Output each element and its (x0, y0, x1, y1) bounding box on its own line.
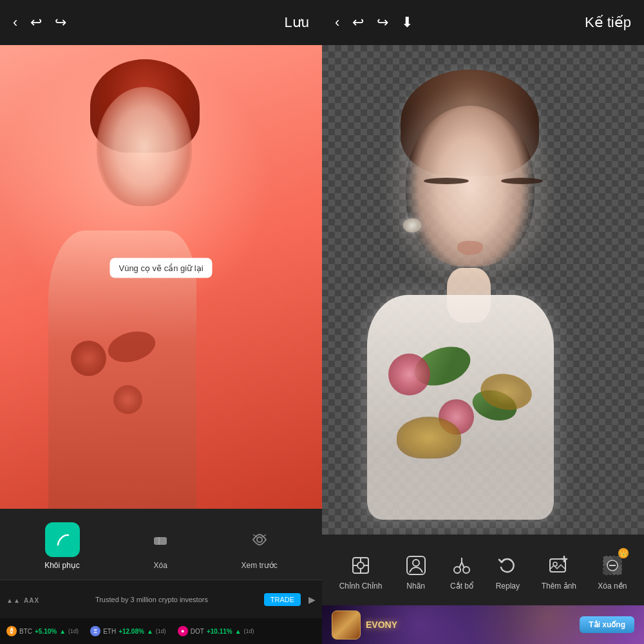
restore-tool[interactable]: Khôi phục (44, 522, 80, 570)
eraser-icon (151, 531, 169, 549)
svg-line-15 (459, 562, 462, 568)
replay-icon (495, 553, 520, 578)
btc-period: (1d) (68, 628, 79, 634)
svg-rect-18 (550, 559, 565, 572)
erase-tool[interactable]: Xóa (143, 522, 178, 570)
eth-period: (1d) (156, 628, 166, 634)
crop-icon (350, 555, 371, 576)
cutout-tool[interactable]: Cắt bổ (450, 553, 474, 591)
sticker-icon (404, 553, 428, 578)
addphoto-tool[interactable]: Thêm ảnh (542, 553, 576, 591)
svg-point-12 (413, 560, 419, 566)
cutout-icon (450, 553, 474, 578)
right-download-button[interactable]: ⬇ (401, 14, 413, 31)
game-ad: EVONY Tải xuống (322, 605, 644, 644)
eth-change: +12.08% (118, 628, 144, 635)
sticker-tool[interactable]: Nhãn (404, 553, 428, 591)
eye-icon (251, 531, 269, 549)
eth-name: ETH (103, 628, 116, 635)
right-tools-toolbar: Chỉnh Chỉnh Nhãn (322, 535, 644, 605)
svg-point-6 (357, 562, 364, 569)
trade-button[interactable]: TRADE (264, 593, 301, 606)
erase-label: Xóa (153, 561, 167, 570)
tooltip-label: Vùng cọ vẽ cần giữ lại (109, 258, 212, 278)
btc-ticker: ₿ BTC +5.10% ▲ (1d) (6, 626, 79, 636)
preview-tool[interactable]: Xem trước (241, 522, 277, 570)
btc-icon: ₿ (6, 626, 17, 636)
replay-svg-icon (497, 554, 518, 576)
left-image-bg: Vùng cọ vẽ cần giữ lại (0, 45, 322, 509)
left-toolbar: ‹ ↩ ↪ Lưu (0, 0, 322, 45)
save-button[interactable]: Lưu (285, 14, 309, 31)
left-image-area: Vùng cọ vẽ cần giữ lại (0, 45, 322, 509)
crypto-ticker: ₿ BTC +5.10% ▲ (1d) Ξ ETH +12.08% ▲ (1d)… (0, 618, 322, 644)
replay-label: Replay (496, 582, 520, 591)
eth-arrow: ▲ (147, 628, 153, 635)
adjust-tool[interactable]: Chỉnh Chỉnh (339, 553, 383, 591)
preview-icon-wrap (242, 522, 277, 557)
btc-name: BTC (19, 628, 32, 635)
dot-name: DOT (191, 628, 204, 635)
right-photo (354, 70, 612, 520)
svg-point-2 (257, 537, 262, 542)
right-panel: ‹ ↩ ↪ ⬇ Kế tiếp (322, 0, 644, 644)
adjust-label: Chỉnh Chỉnh (339, 582, 383, 591)
sticker-label: Nhãn (406, 582, 425, 591)
ad-logo-text: AAX (24, 597, 39, 604)
restore-icon-wrap (45, 522, 80, 557)
ad-logo: ▲▲ AAX (6, 594, 39, 605)
eth-icon: Ξ (90, 626, 100, 636)
back-button[interactable]: ‹ (13, 14, 17, 31)
removebg-tool[interactable]: 👑 Xóa nền (598, 553, 627, 591)
right-ad-area: EVONY Tải xuống (322, 605, 644, 644)
svg-rect-0 (154, 537, 167, 545)
removebg-icon: 👑 (600, 553, 625, 578)
adjust-icon (348, 553, 373, 578)
dot-arrow: ▲ (235, 628, 242, 635)
right-redo-button[interactable]: ↪ (377, 14, 388, 31)
dot-period: (1d) (244, 628, 254, 634)
preview-label: Xem trước (241, 561, 277, 570)
next-button[interactable]: Kế tiếp (585, 14, 631, 31)
game-icon (332, 611, 361, 639)
dot-icon: ● (178, 626, 188, 636)
addphoto-svg-icon (548, 554, 570, 576)
ad-logo-prefix: ▲▲ (6, 597, 21, 604)
game-title: EVONY (366, 620, 397, 630)
left-panel: ‹ ↩ ↪ Lưu (0, 0, 322, 644)
brush-icon (54, 531, 71, 548)
left-bottom-section: Khôi phục Xóa (0, 509, 322, 644)
dot-change: +10.11% (207, 628, 232, 635)
erase-icon-wrap (143, 522, 178, 557)
cutout-label: Cắt bổ (450, 582, 473, 591)
scissors-icon (451, 554, 473, 576)
removebg-label: Xóa nền (598, 582, 627, 591)
addphoto-icon (547, 553, 571, 578)
download-button[interactable]: Tải xuống (580, 616, 634, 633)
right-nav-icons: ‹ ↩ ↪ ⬇ (335, 14, 413, 31)
ad-bar: ▲▲ AAX Trusted by 3 million crypto inves… (0, 580, 322, 618)
svg-line-16 (462, 562, 464, 568)
btc-change: +5.10% (35, 628, 57, 635)
left-tools-toolbar: Khôi phục Xóa (0, 509, 322, 580)
dot-ticker: ● DOT +10.11% ▲ (1d) (178, 626, 254, 636)
right-undo-button[interactable]: ↩ (352, 14, 364, 31)
restore-label: Khôi phục (44, 561, 80, 570)
ad-arrow-icon: ▶ (308, 594, 316, 605)
undo-button[interactable]: ↩ (30, 14, 42, 31)
sticker-svg-icon (405, 554, 427, 576)
ad-tagline: Trusted by 3 million crypto investors (44, 596, 259, 603)
game-info: EVONY (332, 611, 397, 639)
right-back-button[interactable]: ‹ (335, 14, 339, 31)
btc-arrow: ▲ (59, 628, 66, 635)
eth-ticker: Ξ ETH +12.08% ▲ (1d) (90, 626, 166, 636)
crown-badge: 👑 (618, 548, 629, 558)
replay-tool[interactable]: Replay (495, 553, 520, 591)
right-toolbar: ‹ ↩ ↪ ⬇ Kế tiếp (322, 0, 644, 45)
left-nav-icons: ‹ ↩ ↪ (13, 14, 66, 31)
right-image-area (322, 45, 644, 535)
redo-button[interactable]: ↪ (55, 14, 66, 31)
addphoto-label: Thêm ảnh (542, 582, 576, 591)
